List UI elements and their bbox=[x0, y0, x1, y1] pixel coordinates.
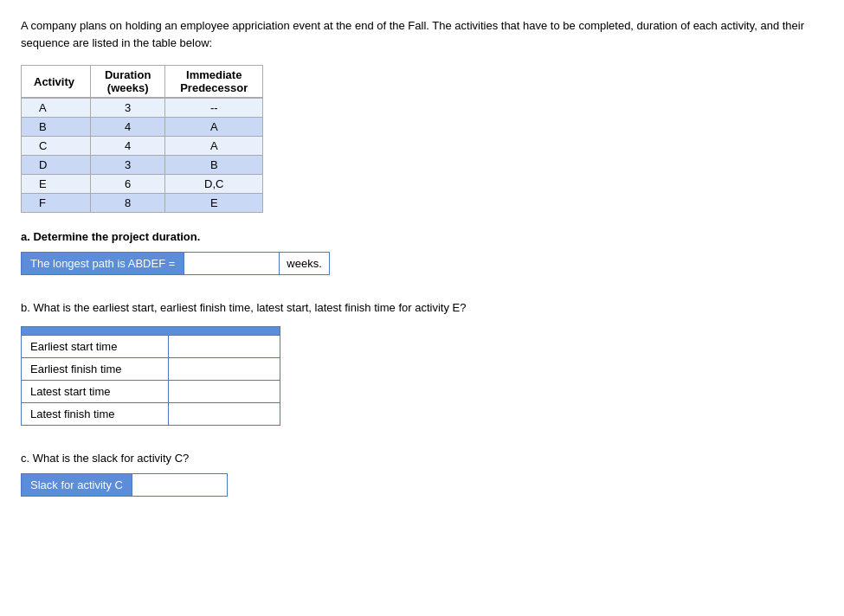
timing-input-0[interactable] bbox=[169, 336, 280, 357]
timing-label-1: Earliest finish time bbox=[22, 358, 169, 381]
timing-input-2[interactable] bbox=[169, 381, 280, 402]
weeks-suffix: weeks. bbox=[280, 252, 329, 275]
timing-label-2: Latest start time bbox=[22, 381, 169, 403]
cell-predecessor: -- bbox=[165, 98, 263, 118]
timing-table: Earliest start timeEarliest finish timeL… bbox=[21, 326, 280, 426]
activity-table: Activity Duration(weeks) ImmediatePredec… bbox=[21, 65, 263, 213]
timing-input-cell-2[interactable] bbox=[168, 381, 280, 403]
table-row: D3B bbox=[22, 156, 263, 175]
part-a-label: a. Determine the project duration. bbox=[21, 230, 823, 243]
cell-activity: E bbox=[22, 175, 91, 194]
col-header-predecessor: ImmediatePredecessor bbox=[165, 66, 263, 99]
col-header-activity: Activity bbox=[22, 66, 91, 99]
cell-predecessor: E bbox=[165, 194, 263, 213]
cell-activity: C bbox=[22, 137, 91, 156]
part-c-row: Slack for activity C bbox=[21, 473, 823, 497]
intro-text: A company plans on holding an employee a… bbox=[21, 17, 823, 51]
cell-duration: 3 bbox=[90, 156, 165, 175]
cell-duration: 8 bbox=[90, 194, 165, 213]
timing-label-3: Latest finish time bbox=[22, 403, 169, 426]
timing-input-cell-3[interactable] bbox=[168, 403, 280, 426]
timing-input-1[interactable] bbox=[169, 358, 280, 380]
timing-row: Earliest start time bbox=[22, 336, 280, 358]
slack-label: Slack for activity C bbox=[21, 473, 132, 497]
cell-activity: F bbox=[22, 194, 91, 213]
timing-row: Latest finish time bbox=[22, 403, 280, 426]
part-c-question: c. What is the slack for activity C? bbox=[21, 452, 823, 465]
part-a-row: The longest path is ABDEF = weeks. bbox=[21, 252, 823, 275]
cell-duration: 4 bbox=[90, 118, 165, 137]
table-row: F8E bbox=[22, 194, 263, 213]
timing-input-3[interactable] bbox=[169, 403, 280, 425]
cell-duration: 3 bbox=[90, 98, 165, 118]
cell-duration: 4 bbox=[90, 137, 165, 156]
timing-input-cell-1[interactable] bbox=[168, 358, 280, 381]
cell-predecessor: A bbox=[165, 118, 263, 137]
cell-predecessor: B bbox=[165, 156, 263, 175]
cell-activity: A bbox=[22, 98, 91, 118]
timing-table-header bbox=[22, 327, 280, 336]
cell-duration: 6 bbox=[90, 175, 165, 194]
cell-predecessor: D,C bbox=[165, 175, 263, 194]
timing-row: Latest start time bbox=[22, 381, 280, 403]
part-b-question: b. What is the earliest start, earliest … bbox=[21, 301, 823, 314]
longest-path-input[interactable] bbox=[184, 252, 280, 275]
col-header-duration: Duration(weeks) bbox=[90, 66, 165, 99]
cell-activity: B bbox=[22, 118, 91, 137]
cell-activity: D bbox=[22, 156, 91, 175]
table-row: A3-- bbox=[22, 98, 263, 118]
timing-input-cell-0[interactable] bbox=[168, 336, 280, 358]
cell-predecessor: A bbox=[165, 137, 263, 156]
timing-row: Earliest finish time bbox=[22, 358, 280, 381]
table-row: E6D,C bbox=[22, 175, 263, 194]
table-row: B4A bbox=[22, 118, 263, 137]
table-row: C4A bbox=[22, 137, 263, 156]
longest-path-label: The longest path is ABDEF = bbox=[21, 252, 184, 275]
slack-input[interactable] bbox=[132, 473, 228, 497]
timing-label-0: Earliest start time bbox=[22, 336, 169, 358]
